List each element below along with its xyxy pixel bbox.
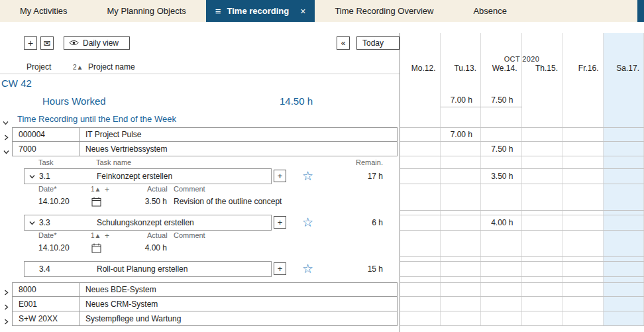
today-button[interactable]: Today: [356, 36, 400, 50]
tab-my-planning-objects[interactable]: My Planning Objects: [87, 0, 206, 22]
task-name: Schulungskonzept erstellen: [97, 218, 271, 227]
project-day-cell: 7.00 h: [441, 127, 482, 142]
day-header-sa: Sa.17.: [604, 62, 644, 74]
previous-period-button[interactable]: «: [337, 36, 350, 50]
project-id: 000004: [13, 128, 80, 141]
column-header-actual: Actual: [147, 185, 168, 193]
column-header-project-name[interactable]: Project name: [88, 62, 135, 72]
mail-button[interactable]: ✉: [40, 36, 54, 50]
entry-date-field[interactable]: 14.10.20: [38, 243, 70, 252]
project-id: 7000: [13, 142, 80, 156]
sort-indicator-icon[interactable]: 1▲: [91, 186, 101, 193]
project-day-cell: [563, 127, 604, 142]
tab-time-recording-overview[interactable]: Time Recording Overview: [315, 0, 453, 22]
project-cells: 7000 Neues Vertriebssystem: [12, 141, 398, 156]
hours-day-cell: [522, 93, 563, 107]
task-day-cell[interactable]: [522, 215, 563, 231]
project-day-cell: [400, 142, 441, 156]
pane-splitter[interactable]: [400, 33, 400, 332]
eye-icon: [69, 38, 79, 48]
calendar-icon[interactable]: [91, 243, 101, 256]
task-day-cell[interactable]: [563, 215, 604, 231]
task-day-cell[interactable]: [400, 215, 441, 231]
tab-label: My Activities: [20, 6, 68, 16]
favorite-star-icon[interactable]: ☆: [302, 168, 313, 184]
project-cells: 8000 Neues BDE-System: [12, 282, 398, 297]
tab-time-recording[interactable]: ≡ Time recording ×: [206, 0, 315, 22]
entry-actual-field[interactable]: 3.50 h: [119, 197, 167, 206]
add-row-icon[interactable]: +: [105, 185, 109, 194]
chevron-right-icon[interactable]: [3, 315, 9, 327]
task-row-3-1: 3.1 Feinkonzept erstellen + ☆ 17 h 3.50 …: [0, 168, 644, 184]
column-header-date: Date*: [38, 231, 57, 239]
add-row-icon[interactable]: +: [105, 231, 109, 241]
task-day-cell[interactable]: [604, 168, 644, 184]
task-day-cell[interactable]: [604, 215, 644, 231]
task-day-cell[interactable]: 4.00 h: [481, 215, 522, 231]
task-day-cell[interactable]: [400, 168, 441, 184]
project-day-cell: [481, 127, 522, 142]
task-day-cell[interactable]: [441, 215, 482, 231]
column-header-comment: Comment: [174, 231, 205, 239]
add-entry-button[interactable]: +: [274, 216, 286, 229]
close-icon[interactable]: ×: [300, 6, 305, 17]
chevron-down-icon[interactable]: [25, 174, 39, 180]
task-remaining-hours: 17 h: [368, 172, 383, 181]
project-day-cell: 7.50 h: [481, 142, 522, 156]
task-day-cell[interactable]: [522, 168, 563, 184]
view-select[interactable]: Daily view: [64, 36, 130, 50]
calendar-icon[interactable]: [91, 197, 101, 209]
time-recording-content: + ✉ Daily view « Today Project 2▲ Projec…: [0, 22, 644, 332]
entry-actual-field[interactable]: 4.00 h: [119, 243, 167, 252]
task-day-cell[interactable]: 3.50 h: [481, 168, 522, 184]
project-cells: 000004 IT Project Pulse: [12, 127, 398, 142]
column-header-project[interactable]: Project: [27, 62, 51, 72]
project-name: IT Project Pulse: [80, 128, 397, 141]
column-header-comment: Comment: [174, 185, 205, 193]
entry-row: 14.10.20 3.50 h Revision of the outline …: [0, 194, 644, 211]
hours-worked-row: Hours Worked 14.50 h 7.00 h 7.50 h: [0, 93, 644, 111]
tab-strip-endcap: [637, 0, 644, 22]
entry-column-header-row: Date* 1▲ + Actual Comment: [0, 184, 644, 194]
section-header-row: Time Recording until the End of the Week: [0, 111, 644, 127]
project-day-cell: [522, 142, 563, 156]
day-header-th: Th.15.: [522, 62, 563, 74]
task-id: 3.1: [39, 172, 97, 181]
project-day-cell: [522, 127, 563, 142]
chevron-down-icon[interactable]: [25, 220, 39, 226]
menu-icon[interactable]: ≡: [215, 5, 221, 17]
project-id: 8000: [13, 283, 80, 296]
envelope-icon: ✉: [44, 38, 51, 48]
sort-indicator-icon[interactable]: 2▲: [73, 64, 83, 71]
task-row-3-4: 3.4 Roll-out Planung erstellen + ☆ 15 h: [0, 261, 644, 277]
tab-label: Absence: [473, 6, 507, 16]
task-day-cell[interactable]: [441, 168, 482, 184]
column-header-date: Date*: [38, 185, 57, 193]
tab-label: Time Recording Overview: [335, 6, 433, 16]
sort-indicator-icon[interactable]: 1▲: [91, 232, 101, 239]
entry-comment-field[interactable]: Revision of the outline concept: [174, 197, 282, 206]
task-remaining-hours: 6 h: [372, 218, 383, 227]
hours-worked-total: 14.50 h: [252, 95, 313, 107]
favorite-star-icon[interactable]: ☆: [302, 215, 313, 231]
task-day-cell[interactable]: [563, 168, 604, 184]
tab-absence[interactable]: Absence: [453, 0, 527, 22]
task-cells: 3.4 Roll-out Planung erstellen: [24, 261, 272, 277]
hours-worked-label: Hours Worked: [42, 95, 106, 107]
week-header-row: CW 42: [0, 74, 644, 93]
entry-date-field[interactable]: 14.10.20: [38, 197, 70, 206]
tab-bar: My Activities My Planning Objects ≡ Time…: [0, 0, 644, 22]
hours-day-cell: 7.00 h: [441, 93, 482, 107]
favorite-star-icon[interactable]: ☆: [302, 261, 313, 277]
tab-my-activities[interactable]: My Activities: [0, 0, 87, 22]
add-entry-button[interactable]: +: [274, 170, 286, 182]
day-header-we: We.14.: [481, 62, 522, 74]
header-row: + ✉ Daily view « Today Project 2▲ Projec…: [0, 22, 644, 74]
add-button[interactable]: +: [24, 36, 37, 50]
project-day-cell: [441, 142, 482, 156]
entry-row: 14.10.20 4.00 h: [0, 241, 644, 257]
add-entry-button[interactable]: +: [274, 262, 286, 275]
day-header-mo: Mo.12.: [400, 62, 441, 74]
spacer: [0, 277, 644, 282]
day-header-tu: Tu.13.: [441, 62, 482, 74]
